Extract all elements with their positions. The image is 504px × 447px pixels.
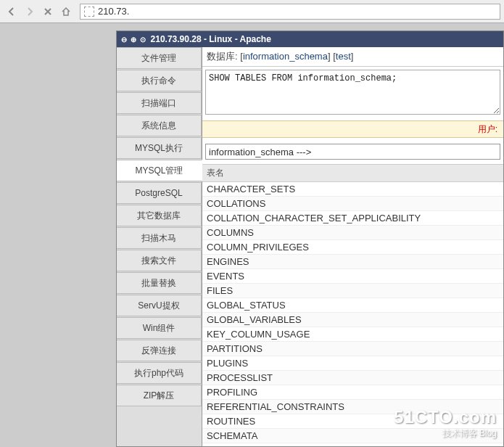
sidebar-item-12[interactable]: Win组件: [117, 317, 202, 339]
sidebar-item-15[interactable]: ZIP解压: [117, 385, 202, 406]
table-row[interactable]: PLUGINS: [202, 356, 503, 371]
stop-button[interactable]: [40, 4, 56, 20]
watermark: 51CTO.com 技术博客 Blog: [394, 407, 497, 440]
table-row[interactable]: COLLATION_CHARACTER_SET_APPLICABILITY: [202, 211, 503, 226]
main-panel: 数据库: [information_schema] [test] 用户: 表名 …: [202, 47, 503, 446]
db-select[interactable]: [205, 144, 500, 160]
table-row[interactable]: EVENTS: [202, 269, 503, 284]
sidebar-item-4[interactable]: MYSQL执行: [117, 137, 202, 159]
window-title: 210.73.90.28 - Linux - Apache: [151, 34, 271, 44]
page-icon: [84, 7, 94, 17]
sidebar-item-0[interactable]: 文件管理: [117, 47, 202, 69]
sidebar-item-8[interactable]: 扫描木马: [117, 227, 202, 249]
table-row[interactable]: SCHEMA PRIVILEGES: [202, 443, 503, 446]
sidebar-item-13[interactable]: 反弹连接: [117, 340, 202, 361]
table-row[interactable]: ENGINES: [202, 255, 503, 269]
user-bar: 用户:: [202, 120, 503, 138]
table-row[interactable]: FILES: [202, 284, 503, 298]
table-row[interactable]: PARTITIONS: [202, 342, 503, 356]
sidebar-item-6[interactable]: PostgreSQL: [117, 182, 202, 204]
window-controls[interactable]: ⊖ ⊕ ⊙: [121, 36, 146, 44]
table-row[interactable]: COLUMN_PRIVILEGES: [202, 240, 503, 255]
sidebar-item-10[interactable]: 批量替换: [117, 272, 202, 294]
table-row[interactable]: GLOBAL_VARIABLES: [202, 313, 503, 327]
sidebar-item-7[interactable]: 其它数据库: [117, 205, 202, 226]
db-label: 数据库:: [207, 51, 238, 62]
sidebar-item-11[interactable]: ServU提权: [117, 295, 202, 316]
table-row[interactable]: PROCESSLIST: [202, 371, 503, 385]
table-row[interactable]: PROFILING: [202, 385, 503, 400]
user-label: 用户:: [478, 123, 497, 136]
sidebar-item-3[interactable]: 系统信息: [117, 115, 202, 136]
table-row[interactable]: COLLATIONS: [202, 197, 503, 211]
home-button[interactable]: [58, 4, 74, 20]
watermark-sub: 技术博客 Blog: [394, 427, 497, 440]
table-row[interactable]: GLOBAL_STATUS: [202, 298, 503, 313]
browser-toolbar: 210.73.: [0, 0, 504, 23]
titlebar: ⊖ ⊕ ⊙ 210.73.90.28 - Linux - Apache: [117, 31, 503, 47]
url-text: 210.73.: [98, 6, 129, 17]
app-window: ⊖ ⊕ ⊙ 210.73.90.28 - Linux - Apache 文件管理…: [116, 30, 504, 447]
sidebar-item-5[interactable]: MYSQL管理: [117, 160, 202, 181]
url-bar[interactable]: 210.73.: [80, 4, 500, 20]
sidebar-item-2[interactable]: 扫描端口: [117, 92, 202, 114]
sql-input[interactable]: [205, 70, 500, 115]
database-header: 数据库: [information_schema] [test]: [202, 47, 503, 67]
table-row[interactable]: COLUMNS: [202, 226, 503, 240]
db-link[interactable]: test: [336, 51, 351, 62]
sidebar-item-1[interactable]: 执行命令: [117, 70, 202, 91]
db-link[interactable]: information_schema: [243, 51, 328, 62]
sidebar: 文件管理执行命令扫描端口系统信息MYSQL执行MYSQL管理PostgreSQL…: [117, 47, 202, 446]
watermark-main: 51CTO.com: [394, 407, 497, 427]
table-list: 表名 CHARACTER_SETSCOLLATIONSCOLLATION_CHA…: [202, 164, 503, 446]
sidebar-item-9[interactable]: 搜索文件: [117, 250, 202, 271]
column-header: 表名: [202, 165, 503, 182]
sidebar-item-14[interactable]: 执行php代码: [117, 362, 202, 384]
db-select-wrap: [205, 144, 500, 160]
forward-button[interactable]: [22, 4, 38, 20]
table-row[interactable]: CHARACTER_SETS: [202, 182, 503, 197]
back-button[interactable]: [4, 4, 20, 20]
table-row[interactable]: KEY_COLUMN_USAGE: [202, 327, 503, 342]
